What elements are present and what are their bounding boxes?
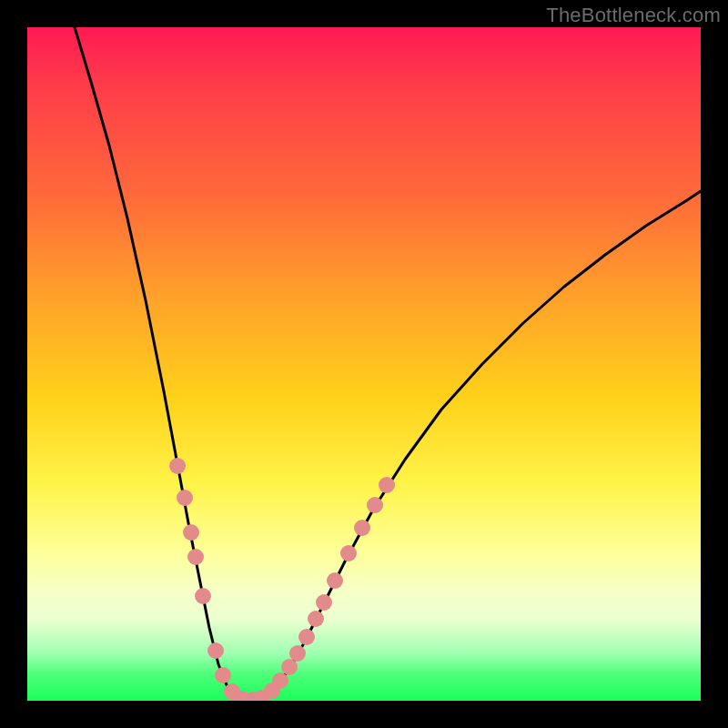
highlight-dot <box>327 572 343 589</box>
bottleneck-curve-path <box>75 27 701 700</box>
highlight-dot <box>207 642 224 659</box>
watermark-text: TheBottleneck.com <box>546 4 721 27</box>
highlight-dot <box>316 594 332 611</box>
highlight-dot <box>169 458 186 474</box>
highlight-dot <box>195 588 211 604</box>
highlight-dot <box>367 497 383 513</box>
highlight-dot <box>272 672 288 689</box>
highlight-dot <box>281 659 298 675</box>
highlight-dot <box>354 520 370 536</box>
chart-frame: TheBottleneck.com <box>0 0 728 728</box>
highlight-dot <box>379 477 395 493</box>
highlight-dot <box>177 490 193 506</box>
highlight-dot <box>308 611 324 627</box>
highlight-dot <box>183 524 199 541</box>
highlight-dot <box>215 667 231 683</box>
highlight-dot <box>298 629 315 645</box>
highlight-dot <box>289 645 306 662</box>
highlight-dot <box>340 545 357 561</box>
bottleneck-curve <box>75 27 701 700</box>
highlight-dots <box>169 458 395 701</box>
plot-area <box>27 27 701 701</box>
highlight-dot <box>187 549 204 565</box>
curve-layer <box>27 27 701 701</box>
